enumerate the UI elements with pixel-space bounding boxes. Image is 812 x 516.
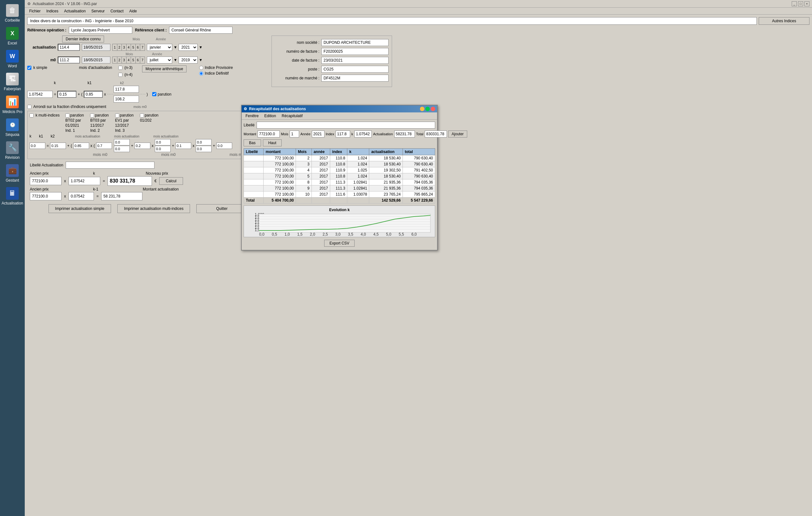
table-row[interactable]: 772 100,00 8 2017 111.3 1.02841 21 935,3…: [244, 180, 435, 185]
km-coeff2-input[interactable]: [175, 142, 191, 149]
km-k-input[interactable]: [29, 142, 46, 149]
actualisation-date-input[interactable]: [82, 44, 110, 51]
table-row[interactable]: 772 100,00 10 2017 111.6 1.03078 23 765,…: [244, 191, 435, 197]
close-button[interactable]: ×: [804, 1, 809, 6]
table-row[interactable]: 772 100,00 9 2017 111.3 1.02841 21 935,3…: [244, 185, 435, 191]
k1-value-input[interactable]: [57, 91, 77, 98]
sidebar-item-actualisation[interactable]: 🖩 Actualisation: [2, 185, 23, 207]
m0-step-btn-6[interactable]: 6: [136, 57, 141, 63]
km-last-input[interactable]: [216, 142, 232, 149]
k-price-input[interactable]: [68, 177, 100, 185]
index-bar-input[interactable]: [27, 17, 757, 25]
sidebar-item-gestant[interactable]: 💼 Gestant: [2, 163, 23, 184]
menu-fichier[interactable]: Fichier: [27, 8, 43, 14]
actualisation-input[interactable]: [394, 131, 415, 137]
step-btn-4[interactable]: 4: [126, 44, 131, 51]
indice-definitif-radio[interactable]: [199, 72, 203, 76]
ref-client-input[interactable]: [169, 27, 232, 34]
maximize-button[interactable]: □: [798, 1, 803, 6]
step-btn-5[interactable]: 5: [131, 44, 136, 51]
ref-operation-input[interactable]: [69, 27, 132, 34]
km-coeff1-input[interactable]: [135, 142, 150, 149]
km-moisact1-input[interactable]: [114, 139, 130, 145]
km-moism02-input[interactable]: [155, 146, 171, 152]
annee-input[interactable]: [312, 131, 324, 137]
km-moisact2-input[interactable]: [155, 139, 171, 145]
m0-mois-select[interactable]: janvierfévriermarsavril maijuinjuilletao…: [147, 56, 172, 63]
m0-step-btn-5[interactable]: 5: [131, 57, 136, 63]
modal-menu-recapitulatif[interactable]: Récapitulatif: [279, 113, 305, 119]
indice-provisoire-radio[interactable]: [199, 66, 203, 70]
total-input[interactable]: [425, 131, 447, 137]
montant-input[interactable]: [258, 131, 280, 137]
table-row[interactable]: 772 100,00 3 2017 110.8 1.024 18 530,40 …: [244, 161, 435, 167]
menu-contact[interactable]: Contact: [108, 8, 126, 14]
parution-checkbox[interactable]: [152, 92, 156, 96]
sidebar-item-revision[interactable]: 🔧 Révision: [2, 140, 23, 161]
actualisation-annee-select[interactable]: 202120202019: [179, 44, 198, 51]
k-result-input[interactable]: [27, 91, 53, 98]
actualisation-mois-select[interactable]: janvierfévriermarsavril maijuinjuilletao…: [147, 44, 172, 51]
sidebar-item-corbeille[interactable]: 🗑 Corbeille: [2, 3, 23, 24]
arrondi-checkbox[interactable]: [27, 105, 31, 109]
m0-step-btn-7[interactable]: 7: [140, 57, 145, 63]
table-row[interactable]: 772 100,00 4 2017 110.9 1.025 19 302,50 …: [244, 167, 435, 173]
m0-step-btn-4[interactable]: 4: [126, 57, 131, 63]
moyenne-arithmetique-button[interactable]: Moyenne arithmétique: [142, 65, 187, 73]
quitter-button[interactable]: Quitter: [196, 204, 247, 213]
mois-input[interactable]: [290, 131, 299, 137]
m0-step-btn-1[interactable]: 1: [113, 57, 117, 63]
modal-menu-edition[interactable]: Edition: [262, 113, 279, 119]
modal-menu-fenetre[interactable]: Fenêtre: [243, 113, 261, 119]
autres-indices-button[interactable]: Autres Indices: [759, 17, 809, 25]
km-moism03-input[interactable]: [196, 146, 211, 152]
modal-libelle-input[interactable]: [257, 121, 435, 129]
k-multi-checkbox[interactable]: [29, 113, 34, 117]
km-k2-input[interactable]: [73, 142, 89, 149]
num-marche-input[interactable]: [321, 75, 388, 82]
parution3-checkbox[interactable]: [115, 113, 119, 117]
n-minus-4-checkbox[interactable]: [118, 73, 122, 77]
calcul-button[interactable]: Calcul: [159, 177, 183, 185]
poste-input[interactable]: [321, 66, 388, 73]
k2-index1-input[interactable]: [114, 86, 139, 93]
km-k2a-input[interactable]: [96, 142, 112, 149]
k-input[interactable]: [354, 131, 372, 137]
step-btn-6[interactable]: 6: [136, 44, 141, 51]
sidebar-item-faberplan[interactable]: 🏗 Faberplan: [2, 71, 23, 93]
table-row[interactable]: 772 100,00 2 2017 110.8 1.024 18 530,40 …: [244, 155, 435, 161]
table-row[interactable]: 772 100,00 5 2017 110.8 1.024 18 530,40 …: [244, 173, 435, 180]
km-k1-input[interactable]: [50, 142, 66, 149]
montant-act-input[interactable]: [101, 192, 142, 200]
n-minus-3-checkbox[interactable]: [118, 66, 122, 70]
libelle-act-input[interactable]: [66, 162, 154, 169]
parution4-checkbox[interactable]: [140, 113, 144, 117]
sidebar-item-excel[interactable]: X Excel: [2, 25, 23, 47]
imprimer-multi-button[interactable]: Imprimer actualisation multi-indices: [117, 204, 190, 213]
m0-step-btn-2[interactable]: 2: [117, 57, 122, 63]
sidebar-item-sequoia[interactable]: 🕐 Séquoia: [2, 117, 23, 138]
export-csv-button[interactable]: Export CSV: [324, 240, 355, 247]
parution1-checkbox[interactable]: [65, 113, 69, 117]
modal-maximize-button[interactable]: [425, 107, 430, 111]
k-simple-checkbox[interactable]: [27, 66, 31, 70]
step-btn-1[interactable]: 1: [113, 44, 117, 51]
modal-close-button[interactable]: [431, 107, 435, 111]
nouveau-prix-input[interactable]: [108, 176, 152, 186]
m0-step-btn-3[interactable]: 3: [122, 57, 126, 63]
m0-date-input[interactable]: [82, 56, 110, 63]
date-facture-input[interactable]: [321, 57, 388, 64]
dernier-indice-button[interactable]: Dernier indice connu: [62, 35, 104, 43]
k-minus1-input[interactable]: [68, 192, 94, 200]
menu-aide[interactable]: Aide: [126, 8, 139, 14]
ajouter-button[interactable]: Ajouter: [448, 131, 467, 137]
km-moisact3-input[interactable]: [196, 139, 211, 145]
menu-actualisation[interactable]: Actualisation: [61, 8, 88, 14]
km-moism01-input[interactable]: [114, 146, 130, 152]
step-btn-7[interactable]: 7: [140, 44, 145, 51]
bas-button[interactable]: Bas: [243, 139, 261, 146]
menu-indices[interactable]: Indices: [44, 8, 61, 14]
modal-minimize-button[interactable]: [420, 107, 425, 111]
menu-serveur[interactable]: Serveur: [89, 8, 107, 14]
step-btn-2[interactable]: 2: [117, 44, 122, 51]
